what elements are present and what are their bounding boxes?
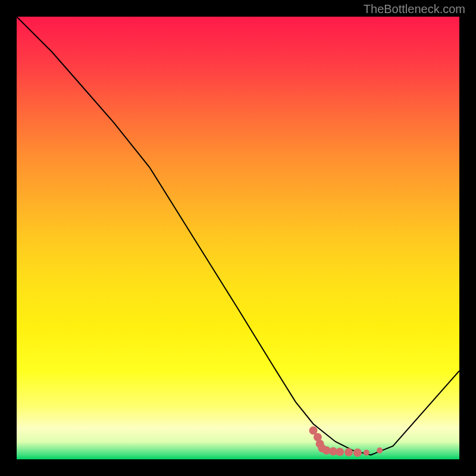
plot-area [17,17,459,459]
scatter-point [336,447,344,456]
scatter-point [377,447,383,453]
scatter-points [309,427,383,457]
scatter-point [353,449,362,457]
chart-svg [17,17,459,459]
scatter-point [364,450,369,456]
scatter-point [345,448,353,456]
curve-line [17,17,459,455]
watermark-text: TheBottleneck.com [364,2,465,16]
curve-path [17,17,459,455]
